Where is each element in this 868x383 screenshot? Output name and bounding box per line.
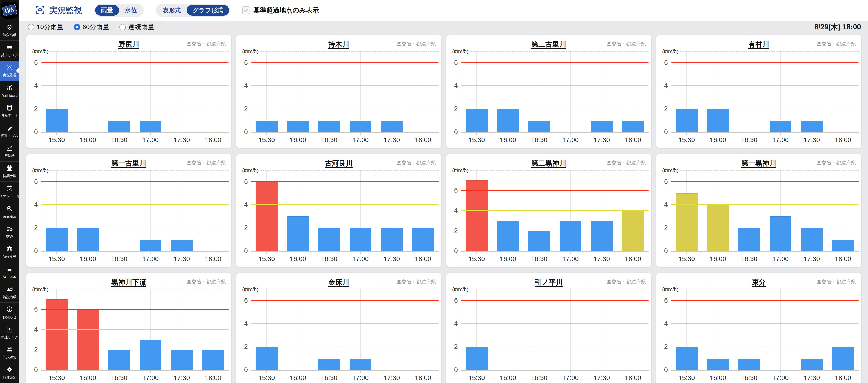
chart-card: 第一古里川国交省・都道府県(mm/h)7642015:3016:0016:301… bbox=[26, 154, 231, 267]
y-tick-label: 4 bbox=[447, 320, 458, 327]
y-tick-label: 0 bbox=[657, 128, 668, 136]
radio-continuous-rain[interactable]: 連続雨量 bbox=[120, 23, 154, 31]
radio-icon[interactable] bbox=[74, 24, 80, 30]
sidebar-item-お知らせ[interactable]: お知らせ bbox=[0, 302, 19, 322]
yellow-threshold-line bbox=[251, 204, 439, 205]
sidebar-item-label: スケジュール bbox=[0, 194, 20, 198]
x-tick-mark bbox=[539, 252, 539, 254]
sidebar-item-label: 関連リンク bbox=[1, 335, 18, 340]
bar bbox=[202, 350, 224, 370]
toggle-graph-format[interactable]: グラフ形式 bbox=[187, 5, 229, 15]
bar bbox=[466, 109, 488, 132]
x-tick-label: 17:00 bbox=[344, 136, 377, 144]
x-axis-line bbox=[461, 370, 649, 371]
sidebar-item-雪氷対策[interactable]: 雪氷対策 bbox=[0, 343, 19, 363]
sidebar-item-長期予報[interactable]: 長期予報 bbox=[0, 161, 19, 182]
yellow-threshold-line bbox=[461, 210, 649, 211]
sidebar-item-関連リンク[interactable]: 関連リンク bbox=[0, 323, 19, 343]
bar bbox=[676, 347, 698, 370]
y-axis-line bbox=[251, 170, 251, 251]
vertical-gridline bbox=[329, 289, 330, 370]
x-tick-label: 17:00 bbox=[764, 255, 797, 263]
y-axis-line bbox=[41, 51, 41, 132]
yellow-threshold-line bbox=[251, 85, 439, 86]
scan-eye-icon bbox=[6, 64, 13, 72]
radio-icon[interactable] bbox=[120, 24, 126, 30]
dashed-gridline bbox=[671, 289, 859, 289]
sidebar-item-解説情報[interactable]: 解説情報 bbox=[0, 282, 19, 302]
checkbox-icon[interactable] bbox=[242, 6, 250, 14]
x-tick-mark bbox=[267, 133, 267, 135]
bar bbox=[832, 347, 854, 370]
x-tick-label: 17:30 bbox=[165, 374, 198, 382]
sidebar-item-実況監視[interactable]: 実況監視 bbox=[0, 61, 19, 81]
radio-10min-rain[interactable]: 10分雨量 bbox=[28, 23, 63, 31]
sidebar-item-label: 長期予報 bbox=[3, 174, 16, 178]
sidebar-item-気象情報[interactable]: 気象情報 bbox=[0, 21, 19, 40]
sidebar-item-label: 解説情報 bbox=[3, 295, 16, 299]
vertical-gridline bbox=[508, 289, 508, 370]
x-tick-label: 17:00 bbox=[134, 255, 167, 263]
vertical-gridline bbox=[423, 289, 423, 370]
radio-60min-rain[interactable]: 60分雨量 bbox=[74, 23, 109, 31]
sidebar-item-label: お知らせ bbox=[3, 315, 16, 319]
sidebar-item-各種データ[interactable]: 各種データ bbox=[0, 101, 19, 121]
y-tick-label: 4 bbox=[237, 320, 248, 327]
y-tick-label: 7 bbox=[657, 47, 668, 55]
sidebar-item-河川・ダム[interactable]: 河川・ダム bbox=[0, 121, 19, 141]
river-icon bbox=[6, 125, 13, 132]
sidebar-item-海上気象[interactable]: 海上気象 bbox=[0, 262, 19, 282]
x-tick-label: 16:00 bbox=[492, 255, 524, 263]
x-tick-label: 17:00 bbox=[764, 374, 797, 382]
toggle-rainfall[interactable]: 雨量 bbox=[95, 5, 119, 15]
x-tick-label: 17:30 bbox=[165, 255, 198, 263]
bar bbox=[466, 180, 488, 251]
vertical-gridline bbox=[119, 51, 120, 132]
sidebar-item-気候変動[interactable]: 気候変動 bbox=[0, 242, 19, 262]
sidebar-item-Dashboard[interactable]: Dashboard bbox=[0, 81, 19, 101]
calendar-check-icon bbox=[6, 185, 13, 193]
x-tick-mark bbox=[780, 252, 781, 254]
sidebar-item-analytics[interactable]: analytics bbox=[0, 202, 19, 222]
sidebar-nav: 気象情報災害リスク実況監視Dashboard各種データ河川・ダム観測機長期予報ス… bbox=[0, 21, 19, 383]
x-tick-label: 17:30 bbox=[165, 136, 198, 144]
sidebar-item-各種設定[interactable]: 各種設定 bbox=[0, 363, 19, 383]
red-threshold-line bbox=[41, 62, 229, 63]
x-tick-mark bbox=[182, 371, 182, 373]
dashed-gridline bbox=[461, 109, 649, 109]
toggle-table-format[interactable]: 表形式 bbox=[157, 5, 187, 15]
sidebar-item-スケジュール[interactable]: スケジュール bbox=[0, 182, 19, 201]
radio-icon[interactable] bbox=[28, 24, 34, 30]
y-tick-label: 0 bbox=[657, 247, 668, 255]
yellow-threshold-line bbox=[41, 204, 229, 205]
bar bbox=[676, 109, 698, 132]
bar bbox=[256, 182, 278, 251]
vertical-gridline bbox=[392, 51, 392, 132]
bar bbox=[46, 109, 68, 132]
sidebar-item-災害リスク[interactable]: 災害リスク bbox=[0, 40, 19, 60]
x-tick-mark bbox=[392, 252, 392, 254]
x-tick-mark bbox=[213, 371, 213, 373]
bar bbox=[46, 228, 68, 251]
x-tick-label: 18:00 bbox=[407, 255, 439, 263]
x-tick-mark bbox=[267, 252, 267, 254]
exceed-only-checkbox-row[interactable]: 基準超過地点のみ表示 bbox=[242, 6, 319, 15]
chart-source-label: 国交省・都道府県 bbox=[397, 40, 436, 47]
dashed-gridline bbox=[251, 228, 439, 228]
red-threshold-line bbox=[461, 62, 649, 63]
dashed-gridline bbox=[461, 347, 649, 347]
x-tick-label: 17:30 bbox=[585, 374, 618, 382]
bar bbox=[528, 231, 550, 251]
vertical-gridline bbox=[843, 170, 843, 251]
y-tick-label: 6 bbox=[657, 59, 668, 66]
y-tick-label: 0 bbox=[237, 128, 248, 136]
x-tick-mark bbox=[213, 252, 213, 254]
sidebar-item-交通[interactable]: 交通 bbox=[0, 222, 19, 242]
info-icon bbox=[6, 306, 13, 314]
x-tick-mark bbox=[843, 252, 843, 254]
sidebar-item-観測機[interactable]: 観測機 bbox=[0, 141, 19, 161]
toggle-water-level[interactable]: 水位 bbox=[119, 5, 143, 15]
app-logo[interactable]: WN bbox=[0, 0, 19, 21]
bar bbox=[381, 228, 403, 251]
chart-card: 黒神川下流国交省・都道府県(mm/h)8642015:3016:0016:301… bbox=[26, 273, 231, 383]
